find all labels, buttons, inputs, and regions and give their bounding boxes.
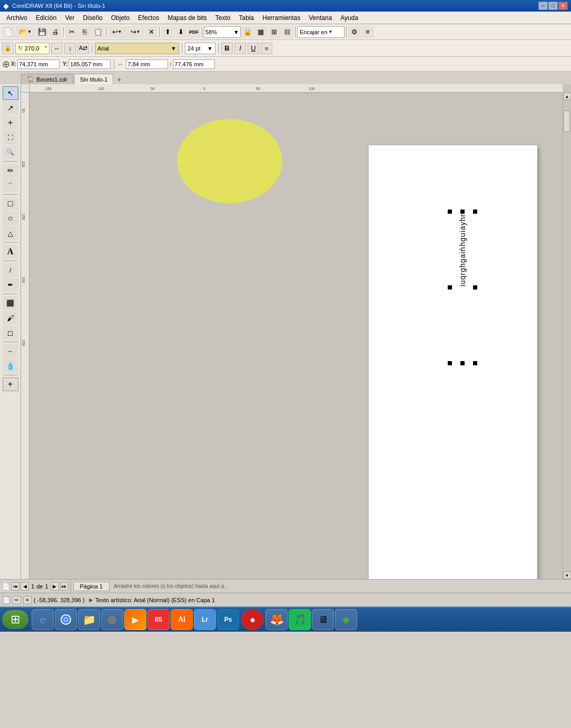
tool-transform[interactable]: ✛ xyxy=(3,116,18,129)
taskbar-illustrator[interactable]: Ai xyxy=(171,609,193,630)
align-bottom-btn[interactable]: ⬇ xyxy=(174,26,187,38)
tool-subselect[interactable]: ↗ xyxy=(3,101,18,115)
bold-btn[interactable]: B xyxy=(221,43,233,54)
taskbar-photoshop[interactable]: Ps xyxy=(217,609,239,630)
view-layout-btn[interactable]: ▦ xyxy=(254,26,267,38)
tool-interactive[interactable]: ↔ xyxy=(3,344,18,358)
scroll-down-btn[interactable]: ▼ xyxy=(564,572,571,579)
tool-eraser[interactable]: ◻ xyxy=(3,326,18,340)
handle-tm[interactable] xyxy=(460,210,465,214)
tool-text[interactable]: A xyxy=(3,245,18,258)
taskbar-mediaplayer[interactable]: ▶ xyxy=(124,609,146,630)
align-top-btn[interactable]: ⬆ xyxy=(161,26,174,38)
lock-ratio-btn[interactable]: 🔒 xyxy=(2,43,14,54)
taskbar-spotify[interactable]: 🎵 xyxy=(289,609,311,630)
font-size-dropdown[interactable]: 24 pt ▼ xyxy=(185,43,215,54)
menu-texto[interactable]: Texto xyxy=(211,12,235,24)
redo-btn[interactable]: ↪▼ xyxy=(126,26,144,38)
menu-ayuda[interactable]: Ayuda xyxy=(336,12,362,24)
close-btn[interactable]: ✕ xyxy=(558,2,568,10)
handle-bl[interactable] xyxy=(448,361,452,365)
tab-add-btn[interactable]: + xyxy=(114,75,124,84)
page-prev-btn[interactable]: ◀ xyxy=(21,582,29,591)
page-first-btn[interactable]: ⏮ xyxy=(11,582,19,591)
menu-edicion[interactable]: Edición xyxy=(32,12,61,24)
tool-freehand[interactable]: ✏ xyxy=(3,164,18,177)
fit-dropdown[interactable]: Encajar en ▼ xyxy=(297,26,344,38)
status-icon2[interactable]: ✏ xyxy=(13,596,21,604)
open-btn[interactable]: 📂▼ xyxy=(15,26,35,38)
x-input[interactable] xyxy=(17,59,60,69)
maximize-btn[interactable]: □ xyxy=(548,2,558,10)
taskbar-app85[interactable]: 8S xyxy=(147,609,170,630)
rotate-input[interactable] xyxy=(24,43,45,54)
tool-eyedropper[interactable]: 💧 xyxy=(3,359,18,373)
canvas-area[interactable]: 150 100 50 0 50 100 50 100 150 200 250 xyxy=(21,84,571,579)
tab-boceto[interactable]: 🏠 Boceto1.cdr xyxy=(21,74,73,84)
tool-crop[interactable]: ⛶ xyxy=(3,131,18,144)
menu-archivo[interactable]: Archivo xyxy=(2,12,32,24)
y-input[interactable] xyxy=(68,59,111,69)
start-button[interactable]: ⊞ xyxy=(2,610,28,629)
tool-parallel[interactable]: / xyxy=(3,263,18,277)
view-snap-btn[interactable]: ⊟ xyxy=(281,26,293,38)
stop-btn[interactable]: ✕ xyxy=(145,26,157,38)
options-btn[interactable]: ≡ xyxy=(361,26,374,38)
paste-btn[interactable]: 📋 xyxy=(92,26,104,38)
w-input[interactable] xyxy=(126,59,168,69)
page-tab[interactable]: Página 1 xyxy=(73,582,110,591)
tool-paint[interactable]: 🖌 xyxy=(3,311,18,325)
tab-sin-titulo[interactable]: Sin título-1 xyxy=(74,74,114,84)
handle-br[interactable] xyxy=(473,361,477,365)
vertical-scrollbar[interactable]: ▲ ▼ xyxy=(563,93,571,579)
menu-tabla[interactable]: Tabla xyxy=(235,12,259,24)
font-dropdown[interactable]: Arial ▼ xyxy=(95,43,179,54)
handle-bm[interactable] xyxy=(460,361,465,365)
menu-diseno[interactable]: Diseño xyxy=(78,12,106,24)
menu-mapas-bits[interactable]: Mapas de bits xyxy=(163,12,211,24)
tool-bezier[interactable]: ⌒ xyxy=(3,178,18,192)
tool-pointer[interactable]: ↖ xyxy=(3,86,18,100)
zoom-dropdown[interactable]: 58% ▼ xyxy=(204,26,241,38)
taskbar-desktop[interactable]: 🖥 xyxy=(312,609,334,630)
h-input[interactable] xyxy=(173,59,215,69)
menu-ventana[interactable]: Ventana xyxy=(304,12,336,24)
taskbar-chrome2[interactable]: ◎ xyxy=(101,609,123,630)
taskbar-lightroom[interactable]: Lr xyxy=(194,609,216,630)
pdf-btn[interactable]: PDF xyxy=(188,26,200,38)
tool-rectangle[interactable]: □ xyxy=(3,197,18,211)
handle-ml[interactable] xyxy=(448,285,452,290)
status-arrow[interactable]: ▶ xyxy=(89,597,93,603)
copy-btn[interactable]: ⎘ xyxy=(78,26,91,38)
scroll-thumb-v[interactable] xyxy=(564,111,570,132)
flip-h-btn[interactable]: ↔ xyxy=(51,43,63,54)
text-object[interactable]: iuqrghgaiṅhguiayhr xyxy=(452,214,473,361)
status-icon3[interactable]: ✕ xyxy=(23,596,32,604)
status-icon1[interactable]: 📄 xyxy=(2,596,11,604)
handle-tl[interactable] xyxy=(448,210,452,214)
taskbar-app-red[interactable]: ◉ xyxy=(241,609,263,630)
menu-objeto[interactable]: Objeto xyxy=(107,12,134,24)
save-btn[interactable]: 💾 xyxy=(36,26,48,38)
print-btn[interactable]: 🖨 xyxy=(49,26,62,38)
zoom-lock-btn[interactable]: 🔒 xyxy=(241,26,254,38)
new-btn[interactable]: 📄 xyxy=(2,26,15,38)
handle-mr[interactable] xyxy=(473,285,477,290)
underline-btn[interactable]: U xyxy=(248,43,259,54)
page-last-btn[interactable]: ⏭ xyxy=(60,582,68,591)
undo-btn[interactable]: ↩▼ xyxy=(108,26,126,38)
taskbar-ie[interactable]: e xyxy=(32,609,54,630)
italic-btn[interactable]: I xyxy=(234,43,246,54)
taskbar-firefox[interactable]: 🦊 xyxy=(265,609,288,630)
taskbar-coreldraw[interactable]: ◆ xyxy=(335,609,357,630)
tool-zoom[interactable]: 🔍 xyxy=(3,145,18,159)
align-btn[interactable]: ≡ xyxy=(261,43,272,54)
settings-btn[interactable]: ⚙ xyxy=(348,26,361,38)
flip-text-btn[interactable]: A⇄ xyxy=(77,43,89,54)
tool-fill[interactable]: ⬛ xyxy=(3,296,18,310)
minimize-btn[interactable]: ─ xyxy=(538,2,548,10)
tool-polygon[interactable]: △ xyxy=(3,226,18,240)
tool-add-page[interactable]: + xyxy=(3,377,18,391)
scroll-up-btn[interactable]: ▲ xyxy=(564,93,571,100)
tool-ellipse[interactable]: ○ xyxy=(3,212,18,225)
